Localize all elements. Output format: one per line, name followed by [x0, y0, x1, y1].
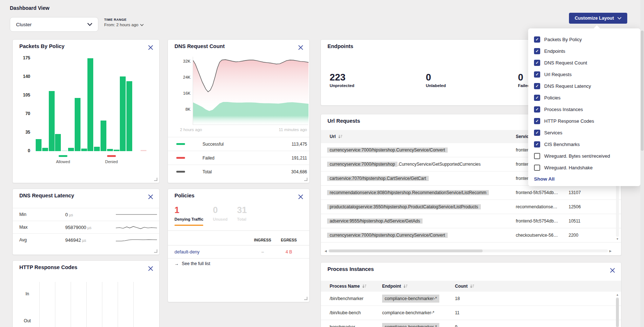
service-cell: frontend-5fc5754db…: [516, 218, 558, 224]
scrollbar-thumb[interactable]: [641, 31, 644, 151]
resize-handle[interactable]: [154, 249, 157, 253]
checkbox-unchecked-icon[interactable]: [534, 165, 540, 171]
column-header-label: Url: [330, 134, 336, 139]
scroll-left-icon[interactable]: ◀: [325, 249, 327, 253]
scroll-right-icon[interactable]: ▶: [609, 249, 612, 253]
tab-denying-traffic[interactable]: 1 Denying Traffic: [174, 205, 203, 226]
menu-item[interactable]: ✓CIS Benchmarks: [528, 138, 640, 150]
menu-item[interactable]: ✓Process Instances: [528, 103, 640, 115]
resize-handle[interactable]: [304, 297, 307, 300]
url-highlight: currencyservice:7000/hipstershop: [327, 162, 397, 167]
process-name-cell: /bin/kube-bench: [330, 310, 361, 315]
bar-allowed: [49, 91, 55, 151]
close-icon[interactable]: [148, 266, 153, 271]
table-row[interactable]: currencyservice:7000/hipstershop.Currenc…: [321, 228, 621, 243]
close-icon[interactable]: [610, 268, 615, 273]
time-range-label: TIME RANGE: [104, 18, 144, 21]
table-row[interactable]: /bin/kube-benchcompliance-benchmarker-*1…: [321, 306, 621, 320]
legend-value: 304,686: [291, 169, 307, 174]
vertical-scrollbar[interactable]: ▲: [616, 293, 619, 327]
menu-item[interactable]: ✓DNS Request Count: [528, 57, 640, 68]
menu-item[interactable]: ✓DNS Request Latency: [528, 80, 640, 92]
latency-unit: µs: [68, 213, 73, 217]
checkbox-checked-icon[interactable]: ✓: [534, 36, 540, 43]
scroll-up-icon[interactable]: ▲: [616, 293, 619, 296]
count-cell: 9: [455, 324, 458, 327]
close-icon[interactable]: [148, 45, 153, 50]
endpoint-cell: compliance-benchmarker-*: [382, 296, 439, 301]
menu-item[interactable]: ✓Endpoints: [528, 45, 640, 57]
y-tick: 0: [16, 148, 30, 153]
close-icon[interactable]: [298, 194, 303, 200]
column-header-endpoint[interactable]: Endpoint: [382, 284, 408, 289]
stat-unprotected: 223 Unprotected: [330, 72, 354, 88]
page-scrollbar[interactable]: [640, 0, 644, 327]
tab-total[interactable]: 31 Total: [237, 205, 247, 226]
menu-item[interactable]: Wireguard. Bytes sent/received: [528, 150, 640, 162]
checkbox-checked-icon[interactable]: ✓: [534, 118, 540, 124]
y-tick: 35: [16, 130, 30, 135]
show-all-link[interactable]: Show All: [528, 173, 640, 182]
see-full-list-link[interactable]: → See the full list: [174, 261, 210, 266]
checkbox-checked-icon[interactable]: ✓: [534, 106, 540, 113]
menu-item[interactable]: ✓Packets By Policy: [528, 34, 640, 45]
sort-icon[interactable]: [362, 284, 366, 288]
menu-item[interactable]: ✓HTTP Response Codes: [528, 115, 640, 127]
legend-denied: Denied: [102, 155, 121, 164]
scroll-down-icon[interactable]: ▼: [616, 237, 619, 241]
table-row[interactable]: recommendationservice:8080/hipstershop.R…: [321, 186, 621, 200]
resize-handle[interactable]: [154, 178, 157, 181]
table-row[interactable]: /bin/benchmarkercompliance-benchmarker-*…: [321, 292, 621, 306]
bar-allowed: [75, 98, 80, 151]
time-range-value[interactable]: From: 2 hours ago: [104, 23, 144, 27]
checkbox-checked-icon[interactable]: ✓: [534, 71, 540, 78]
table-row[interactable]: benchmarkercompliance-benchmarker-*9: [321, 320, 621, 327]
tab-label: Denying Traffic: [174, 217, 203, 226]
column-header-count[interactable]: Count: [455, 284, 474, 289]
latency-value: 0 µs: [65, 212, 73, 217]
tab-unused[interactable]: 0 Unused: [213, 205, 227, 226]
bar-allowed: [126, 81, 132, 151]
checkbox-checked-icon[interactable]: ✓: [534, 141, 540, 147]
bar-allowed: [94, 147, 100, 151]
customize-layout-button[interactable]: Customize Layout: [569, 13, 627, 24]
url-highlight: cartservice:7070/hipstershop.CartService…: [327, 176, 429, 181]
menu-item[interactable]: ✓Url Requests: [528, 68, 640, 80]
process-name-cell: benchmarker: [330, 324, 355, 327]
menu-item[interactable]: Wireguard. Handshake: [528, 162, 640, 173]
latency-row: Min0 µs: [13, 208, 159, 221]
checkbox-checked-icon[interactable]: ✓: [534, 48, 540, 54]
checkbox-checked-icon[interactable]: ✓: [534, 95, 540, 101]
checkbox-checked-icon[interactable]: ✓: [534, 130, 540, 136]
sort-icon[interactable]: [338, 134, 342, 139]
bar-allowed: [36, 139, 42, 151]
checkbox-checked-icon[interactable]: ✓: [534, 60, 540, 66]
scrollbar-thumb[interactable]: [329, 249, 483, 252]
view-selector[interactable]: Cluster: [10, 17, 98, 32]
sort-icon[interactable]: [470, 284, 474, 288]
column-header-url[interactable]: Url: [330, 134, 342, 139]
menu-item[interactable]: ✓Policies: [528, 92, 640, 103]
checkbox-unchecked-icon[interactable]: [534, 153, 540, 159]
sort-icon[interactable]: [403, 284, 408, 288]
policy-name-link[interactable]: default-deny: [174, 249, 200, 255]
card-title: Packets By Policy: [19, 43, 64, 49]
service-cell: recommendationse…: [516, 204, 557, 209]
latency-value: 946942 µs: [65, 237, 86, 243]
scrollbar-thumb[interactable]: [616, 298, 619, 327]
tab-value: 31: [237, 205, 247, 216]
close-icon[interactable]: [148, 194, 153, 200]
table-row[interactable]: productcatalogservice:3550/hipstershop.P…: [321, 200, 621, 214]
column-header-process-name[interactable]: Process Name: [330, 284, 366, 289]
resize-handle[interactable]: [304, 178, 307, 181]
close-icon[interactable]: [298, 45, 303, 50]
checkbox-checked-icon[interactable]: ✓: [534, 83, 540, 89]
latency-row: Max95879000 µs: [13, 221, 159, 233]
table-row[interactable]: adservice:9555/hipstershop.AdService/Get…: [321, 214, 621, 228]
horizontal-scrollbar[interactable]: ◀ ▶: [325, 249, 612, 253]
card-packets-by-policy: Packets By Policy 175 140 105 70 35 0 Al…: [12, 39, 160, 183]
sparkline-chart: [116, 224, 157, 230]
url-highlight: recommendationservice:8080/hipstershop.R…: [327, 190, 489, 195]
dns-area-chart: [193, 57, 308, 125]
menu-item[interactable]: ✓Services: [528, 127, 640, 138]
